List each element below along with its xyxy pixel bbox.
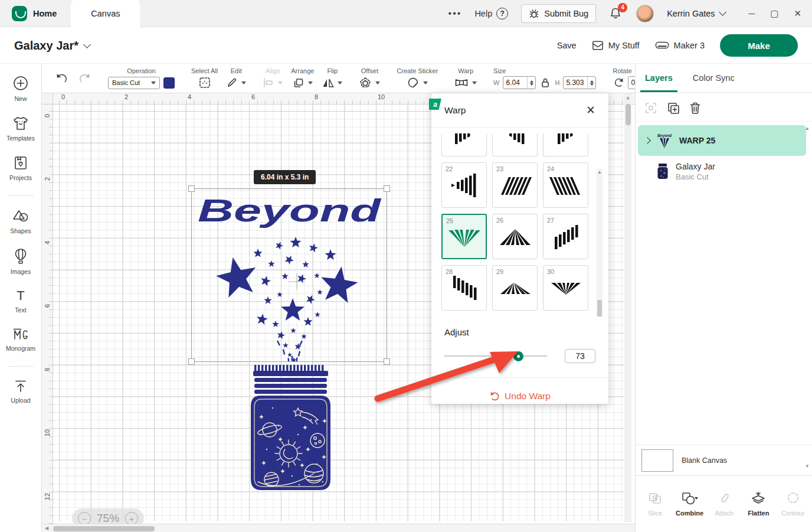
submit-bug-button[interactable]: Submit Bug	[521, 4, 596, 23]
galaxy-jar-image[interactable]	[246, 364, 335, 491]
warp-panel-header: Warp ✕	[431, 93, 608, 128]
layers-scrollbar[interactable]: ▲ ▼	[804, 126, 810, 469]
sidebar-item-label: Templates	[6, 135, 35, 142]
width-stepper[interactable]	[527, 77, 535, 89]
zoom-in-button[interactable]: +	[125, 512, 138, 525]
layer-row-galaxy-jar[interactable]: Galaxy Jar Basic Cut	[638, 156, 806, 187]
minimize-button[interactable]: ─	[749, 8, 755, 18]
undo-button[interactable]	[55, 72, 69, 85]
scrollbar-thumb[interactable]	[597, 300, 602, 316]
scroll-up-arrow[interactable]: ▲	[804, 126, 810, 131]
make-button[interactable]: Make	[720, 34, 798, 57]
layer-row-warp25[interactable]: Beyond WARP 25	[638, 125, 806, 156]
edit-group[interactable]: Edit	[226, 67, 246, 89]
tab-color-sync[interactable]: Color Sync	[692, 64, 736, 92]
height-stepper[interactable]	[587, 77, 595, 89]
warp-close-button[interactable]: ✕	[586, 103, 595, 117]
close-button[interactable]: ✕	[794, 8, 801, 19]
sidebar-item-shapes[interactable]: Shapes	[10, 208, 31, 234]
sidebar-item-images[interactable]: Images	[11, 247, 31, 275]
my-stuff-button[interactable]: My Stuff	[592, 40, 640, 51]
size-group: Size W H	[493, 67, 596, 89]
warp-style-tile-22[interactable]: 22	[441, 162, 487, 208]
zoom-out-button[interactable]: −	[78, 512, 91, 525]
arrange-group[interactable]: Arrange	[291, 67, 314, 89]
flatten-button[interactable]: Flatten	[742, 491, 775, 517]
canvas-horizontal-scrollbar[interactable]: ◀	[42, 524, 635, 532]
slider-track[interactable]	[444, 355, 547, 357]
create-sticker-group[interactable]: Create Sticker	[397, 67, 438, 89]
slider-knob[interactable]	[513, 351, 523, 361]
selection-box[interactable]	[191, 188, 387, 362]
scroll-left-arrow[interactable]: ◀	[45, 526, 48, 531]
overflow-menu-icon[interactable]: •••	[448, 8, 462, 19]
sidebar-item-text[interactable]: T Text	[13, 288, 28, 314]
redo-button[interactable]	[77, 72, 91, 85]
resize-handle-bottom-left[interactable]	[188, 358, 195, 365]
maximize-button[interactable]: ▢	[770, 8, 778, 19]
flatten-icon	[751, 491, 766, 505]
scroll-up-arrow[interactable]: ▲	[597, 170, 603, 175]
adjust-value-input[interactable]: 73	[565, 349, 595, 363]
resize-handle-top-left[interactable]	[188, 185, 195, 192]
group-icon[interactable]	[644, 101, 658, 115]
flip-group[interactable]: Flip	[322, 67, 342, 89]
offset-group[interactable]: Offset	[359, 67, 380, 89]
width-input[interactable]	[503, 79, 527, 87]
notifications-button[interactable]: 4	[609, 6, 623, 21]
adjust-slider[interactable]	[444, 351, 547, 361]
sidebar-item-monogram[interactable]: Monogram	[6, 327, 35, 352]
tab-home[interactable]: Home	[0, 0, 71, 27]
lock-icon[interactable]	[541, 77, 550, 88]
expand-chevron-icon[interactable]	[644, 137, 650, 143]
rotate-icon[interactable]	[613, 77, 624, 89]
warp-group[interactable]: Warp	[454, 67, 477, 89]
blank-canvas-swatch[interactable]	[641, 449, 673, 472]
warp-style-tile-30[interactable]: 30	[543, 265, 588, 311]
height-input[interactable]	[564, 79, 587, 87]
sidebar-item-label: Text	[15, 306, 26, 314]
help-label: Help	[474, 9, 492, 18]
window-controls: ─ ▢ ✕	[749, 8, 801, 19]
sidebar-item-new[interactable]: New	[12, 74, 30, 102]
warp-style-tile-28[interactable]: 28	[441, 265, 487, 311]
warp-grid-scrollbar[interactable]: ▲ ▼	[597, 169, 603, 316]
sidebar-item-upload[interactable]: Upload	[11, 378, 30, 404]
help-button[interactable]: Help ?	[474, 8, 508, 19]
warp-style-tile-24[interactable]: 24	[543, 162, 588, 208]
blank-canvas-row[interactable]: Blank Canvas	[636, 445, 812, 475]
tab-canvas[interactable]: Canvas	[71, 0, 140, 27]
warp-style-tile-26[interactable]: 26	[492, 214, 538, 259]
machine-selector[interactable]: Maker 3	[655, 40, 705, 51]
project-title-menu[interactable]: Galaxy Jar*	[14, 39, 90, 53]
sidebar-item-projects[interactable]: Projects	[9, 155, 32, 181]
scrollbar-thumb[interactable]	[53, 526, 155, 531]
save-button[interactable]: Save	[557, 41, 577, 50]
warp-style-tile-29[interactable]: 29	[492, 265, 538, 311]
warp-style-tile-25-selected[interactable]: 25	[441, 214, 487, 259]
scrollbar-thumb[interactable]	[626, 104, 631, 125]
resize-handle-bottom-right[interactable]	[384, 358, 390, 365]
tab-layers[interactable]: Layers	[644, 64, 674, 92]
warp-style-tile[interactable]	[492, 133, 538, 156]
warp-style-tile[interactable]	[543, 133, 588, 156]
sidebar-item-label: Shapes	[10, 227, 31, 234]
user-avatar[interactable]	[636, 5, 654, 22]
trash-icon[interactable]	[689, 101, 702, 115]
text-icon: T	[17, 288, 24, 303]
shapes-icon	[12, 208, 30, 224]
combine-button[interactable]: Combine	[673, 491, 706, 517]
color-swatch[interactable]	[163, 77, 175, 89]
operation-select[interactable]: Basic Cut	[108, 77, 160, 89]
sidebar-item-templates[interactable]: Templates	[6, 115, 35, 142]
warp-style-tile-23[interactable]: 23	[492, 162, 538, 208]
select-all-group[interactable]: Select All	[191, 67, 218, 89]
warp-style-tile-27[interactable]: 27	[543, 214, 588, 259]
warp-style-tile[interactable]	[441, 133, 487, 156]
user-menu[interactable]: Kerrin Gates	[667, 9, 725, 18]
resize-handle-top-right[interactable]	[384, 185, 390, 192]
duplicate-icon[interactable]	[666, 101, 680, 115]
scroll-up-arrow[interactable]: ▲	[624, 93, 631, 100]
undo-warp-button[interactable]: Undo Warp	[431, 377, 608, 414]
canvas-vertical-scrollbar[interactable]: ▲	[624, 93, 631, 522]
